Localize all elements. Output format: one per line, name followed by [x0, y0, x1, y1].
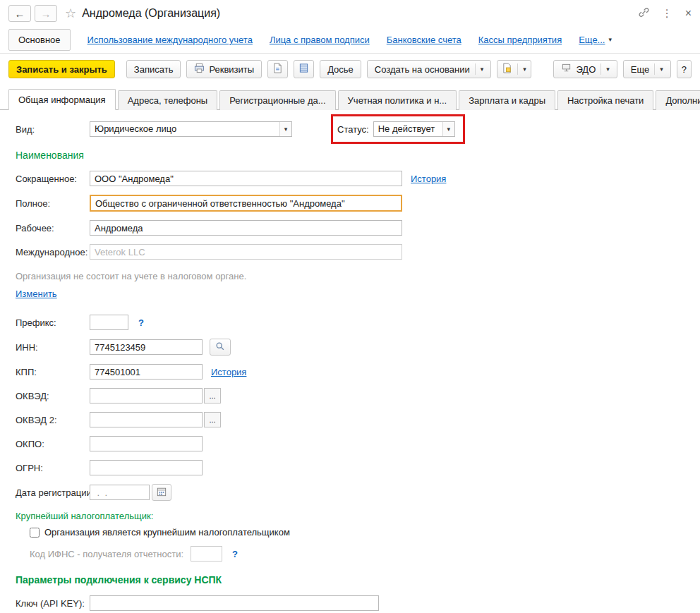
reports-dropdown-button[interactable]: ▾: [497, 60, 531, 78]
tab-registration-data[interactable]: Регистрационные да...: [219, 90, 335, 110]
general-info-panel: Вид: Юридическое лицо ▾ Статус: Не дейст…: [0, 110, 700, 611]
save-and-close-button[interactable]: Записать и закрыть: [8, 60, 115, 78]
fill-by-inn-button[interactable]: [210, 339, 231, 356]
nav-item-bank-accounts[interactable]: Банковские счета: [387, 35, 461, 45]
button-divider: [475, 63, 476, 75]
api-key-input[interactable]: [90, 595, 379, 611]
registration-date-label: Дата регистрации:: [16, 487, 90, 498]
titlebar: ← → ☆ Андромеда (Организация) ⋮ ×: [0, 0, 700, 27]
tab-accounting-policy[interactable]: Учетная политика и н...: [338, 90, 457, 110]
ogrn-row: ОГРН:: [16, 460, 700, 475]
back-button[interactable]: ←: [8, 5, 31, 22]
status-value: Не действует: [374, 122, 442, 136]
kpp-history-link[interactable]: История: [211, 367, 246, 377]
api-key-row: Ключ (API KEY):: [16, 595, 700, 611]
requisites-button[interactable]: Реквизиты: [186, 60, 262, 78]
get-link-icon[interactable]: [639, 7, 649, 20]
ifns-code-row: Код ИФНС - получателя отчетности: ?: [30, 546, 700, 562]
full-name-label: Полное:: [16, 198, 90, 209]
okved2-input[interactable]: [90, 412, 203, 427]
tab-print-settings[interactable]: Настройка печати: [557, 90, 653, 110]
international-name-row: Международное:: [16, 244, 700, 260]
button-divider: [601, 63, 601, 75]
kind-value: Юридическое лицо: [90, 122, 279, 136]
create-based-on-label: Создать на основании: [375, 64, 470, 75]
nav-item-international-accounting[interactable]: Использование международного учета: [88, 35, 253, 45]
okved2-choose-button[interactable]: ...: [204, 412, 221, 427]
ifns-help-icon[interactable]: ?: [232, 549, 238, 559]
chevron-down-icon: ▾: [608, 37, 612, 43]
edo-button[interactable]: ЭДО ▾: [553, 60, 617, 78]
full-name-input[interactable]: [90, 195, 402, 212]
favorite-star-icon[interactable]: ☆: [65, 6, 76, 21]
list-view-button[interactable]: [294, 60, 314, 78]
tab-general-info[interactable]: Общая информация: [8, 89, 116, 110]
ifns-code-input[interactable]: [191, 546, 222, 562]
working-name-row: Рабочее:: [16, 220, 700, 236]
nav-item-signatories[interactable]: Лица с правом подписи: [270, 35, 370, 45]
create-based-on-button[interactable]: Создать на основании ▾: [367, 60, 491, 78]
kind-select[interactable]: Юридическое лицо ▾: [90, 121, 292, 137]
international-name-label: Международное:: [16, 247, 90, 257]
more-button[interactable]: Еще ▾: [623, 60, 671, 78]
okpo-label: ОКПО:: [16, 439, 90, 449]
status-dropdown-button[interactable]: ▾: [442, 122, 454, 136]
registration-date-input[interactable]: [90, 485, 150, 500]
magnifier-icon: [215, 341, 225, 353]
kpp-input[interactable]: [90, 364, 203, 380]
status-select[interactable]: Не действует ▾: [373, 121, 455, 137]
short-name-history-link[interactable]: История: [411, 174, 446, 184]
tab-addresses[interactable]: Адреса, телефоны: [118, 90, 218, 110]
printer-icon: [194, 63, 205, 75]
ifns-code-label: Код ИФНС - получателя отчетности:: [30, 549, 183, 559]
attached-files-button[interactable]: [267, 60, 288, 78]
nav-more-label: Еще...: [579, 35, 605, 45]
kebab-menu-icon[interactable]: ⋮: [662, 7, 672, 20]
nav-item-more[interactable]: Еще... ▾: [579, 35, 612, 45]
requisites-label: Реквизиты: [209, 64, 254, 75]
edo-icon: [561, 63, 572, 75]
dossier-button[interactable]: Досье: [320, 60, 361, 78]
calendar-icon: [157, 487, 167, 499]
working-name-input[interactable]: [90, 220, 402, 236]
largest-taxpayer-checkbox[interactable]: [30, 528, 40, 538]
titlebar-actions: ⋮ ×: [639, 7, 692, 20]
prefix-input[interactable]: [90, 315, 128, 330]
form-tabs: Общая информация Адреса, телефоны Регист…: [0, 89, 700, 110]
prefix-help-icon[interactable]: ?: [138, 317, 144, 328]
help-button[interactable]: ?: [677, 60, 692, 78]
okved-choose-button[interactable]: ...: [204, 388, 221, 403]
save-button[interactable]: Записать: [126, 60, 181, 78]
ogrn-input[interactable]: [90, 460, 203, 475]
kind-dropdown-button[interactable]: ▾: [279, 122, 291, 136]
okved-label: ОКВЭД:: [16, 391, 90, 401]
short-name-input[interactable]: [90, 171, 402, 186]
chevron-down-icon: ▾: [481, 66, 484, 73]
api-key-label: Ключ (API KEY):: [16, 598, 90, 609]
button-divider: [517, 63, 518, 75]
document-arrow-icon: [272, 63, 283, 75]
list-icon: [298, 63, 309, 75]
calendar-button[interactable]: [152, 484, 171, 501]
chevron-down-icon: ▾: [660, 66, 663, 73]
okpo-input[interactable]: [90, 436, 203, 451]
okved2-label: ОКВЭД 2:: [16, 415, 90, 425]
largest-taxpayer-heading: Крупнейший налогоплательщик:: [16, 511, 700, 521]
okved-input[interactable]: [90, 388, 203, 403]
change-link[interactable]: Изменить: [16, 289, 57, 299]
inn-input[interactable]: [90, 339, 203, 355]
international-name-input[interactable]: [90, 244, 402, 260]
full-name-row: Полное:: [16, 195, 700, 212]
kpp-label: КПП:: [16, 367, 90, 377]
organization-card-window: ← → ☆ Андромеда (Организация) ⋮ × Основн…: [0, 0, 700, 613]
forward-button[interactable]: →: [35, 5, 57, 22]
forward-icon: →: [41, 8, 52, 20]
window-title: Андромеда (Организация): [82, 7, 220, 20]
tab-additional[interactable]: Дополнительно: [656, 90, 700, 110]
inn-label: ИНН:: [16, 342, 90, 353]
tab-salary-hr[interactable]: Зарплата и кадры: [459, 90, 555, 110]
nav-item-main[interactable]: Основное: [8, 29, 71, 51]
nav-item-cash-desks[interactable]: Кассы предприятия: [478, 35, 562, 45]
document-star-icon: [502, 63, 512, 75]
close-icon[interactable]: ×: [685, 7, 692, 20]
